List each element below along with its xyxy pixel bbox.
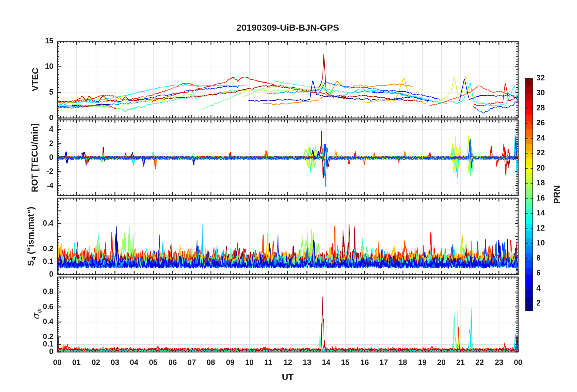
y-tick-label: -4 — [0, 181, 53, 190]
y-tick-label: 5 — [0, 88, 53, 96]
chart-title: 20190309-UiB-BJN-GPS — [57, 22, 518, 33]
colorbar-tick-label: 2 — [536, 299, 541, 307]
x-tick-label: 20 — [437, 358, 446, 367]
y-tick-label: 4 — [0, 125, 53, 133]
colorbar-tick-label: 24 — [536, 133, 545, 142]
plot-canvas — [0, 0, 577, 392]
x-tick-label: 01 — [72, 358, 81, 367]
x-tick-label: 23 — [495, 358, 503, 367]
colorbar-tick-label: 6 — [536, 269, 541, 277]
x-tick-label: 19 — [418, 358, 427, 367]
x-tick-label: 07 — [187, 358, 196, 367]
y-tick-label: -2 — [0, 167, 53, 176]
colorbar-tick-label: 10 — [536, 238, 545, 247]
colorbar-tick-label: 18 — [536, 178, 545, 187]
y-tick-label: 0.6 — [0, 302, 53, 311]
colorbar-tick-label: 20 — [536, 164, 545, 172]
x-tick-label: 09 — [226, 358, 235, 367]
x-tick-label: 10 — [245, 358, 254, 367]
y-tick-label: 10 — [0, 62, 53, 71]
colorbar-tick-label: 26 — [536, 118, 545, 127]
x-tick-label: 03 — [111, 358, 119, 367]
x-tick-label: 08 — [207, 358, 215, 367]
colorbar-tick-label: 8 — [536, 254, 541, 262]
x-tick-label: 13 — [303, 358, 311, 367]
x-tick-label: 14 — [322, 358, 330, 367]
x-tick-label: 12 — [284, 358, 292, 367]
x-tick-label: 04 — [130, 358, 138, 367]
x-tick-label: 16 — [360, 358, 369, 367]
y-tick-label: 2 — [0, 139, 53, 148]
y-tick-label: 0 — [0, 270, 53, 279]
x-tick-label: 00 — [514, 358, 522, 367]
colorbar-tick-label: 16 — [536, 194, 545, 202]
colorbar-tick-label: 30 — [536, 88, 545, 97]
colorbar-tick-label: 28 — [536, 103, 545, 112]
colorbar-tick-label: 12 — [536, 224, 545, 232]
colorbar-tick-label: 4 — [536, 284, 541, 292]
y-tick-label: 0.2 — [0, 244, 53, 253]
colorbar-tick-label: 32 — [536, 73, 545, 82]
colorbar-tick-label: 14 — [536, 208, 545, 217]
y-tick-label: 0 — [0, 347, 53, 356]
xlabel: UT — [57, 372, 518, 382]
y-tick-label: 0 — [0, 153, 53, 162]
colorbar-label: PRN — [552, 185, 562, 204]
x-tick-label: 00 — [53, 358, 62, 367]
x-tick-label: 11 — [265, 358, 272, 367]
x-tick-label: 05 — [149, 358, 157, 367]
x-tick-label: 15 — [341, 358, 349, 367]
x-tick-label: 06 — [168, 358, 177, 367]
y-tick-label: 0.8 — [0, 287, 53, 296]
y-tick-label: 0.4 — [0, 219, 53, 228]
y-tick-label: 0.4 — [0, 317, 53, 326]
y-tick-label: 0.2 — [0, 332, 53, 341]
x-tick-label: 17 — [380, 358, 388, 367]
y-tick-label: 15 — [0, 36, 53, 45]
y-tick-label: 0.1 — [0, 257, 53, 266]
figure: 20190309-UiB-BJN-GPS VTEC ROT [TECU/min]… — [0, 0, 577, 392]
x-tick-label: 02 — [92, 358, 100, 367]
x-tick-label: 22 — [475, 358, 484, 367]
x-tick-label: 21 — [456, 358, 465, 367]
colorbar-tick-label: 22 — [536, 148, 545, 157]
x-tick-label: 18 — [399, 358, 407, 367]
y-tick-label: 0 — [0, 113, 53, 122]
